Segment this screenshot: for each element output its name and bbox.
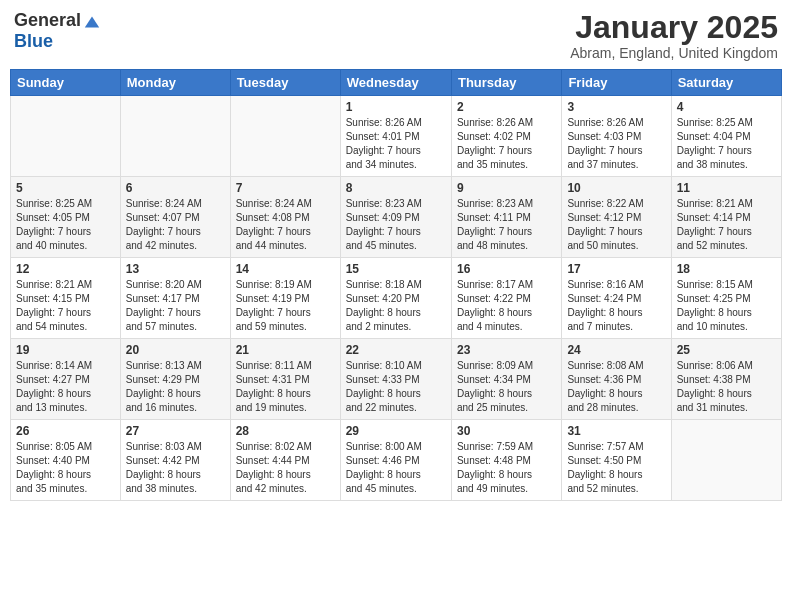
calendar-cell (230, 96, 340, 177)
location: Abram, England, United Kingdom (570, 45, 778, 61)
day-info: Sunrise: 8:21 AM Sunset: 4:14 PM Dayligh… (677, 197, 776, 253)
day-info: Sunrise: 8:25 AM Sunset: 4:04 PM Dayligh… (677, 116, 776, 172)
calendar-cell: 27Sunrise: 8:03 AM Sunset: 4:42 PM Dayli… (120, 420, 230, 501)
day-number: 17 (567, 262, 665, 276)
calendar-cell: 23Sunrise: 8:09 AM Sunset: 4:34 PM Dayli… (451, 339, 561, 420)
day-number: 28 (236, 424, 335, 438)
calendar-cell: 10Sunrise: 8:22 AM Sunset: 4:12 PM Dayli… (562, 177, 671, 258)
day-number: 12 (16, 262, 115, 276)
page: General Blue January 2025 Abram, England… (0, 0, 792, 511)
day-number: 5 (16, 181, 115, 195)
day-number: 22 (346, 343, 446, 357)
day-header-saturday: Saturday (671, 70, 781, 96)
day-info: Sunrise: 8:06 AM Sunset: 4:38 PM Dayligh… (677, 359, 776, 415)
week-row-3: 12Sunrise: 8:21 AM Sunset: 4:15 PM Dayli… (11, 258, 782, 339)
calendar-cell: 8Sunrise: 8:23 AM Sunset: 4:09 PM Daylig… (340, 177, 451, 258)
day-header-tuesday: Tuesday (230, 70, 340, 96)
day-info: Sunrise: 8:26 AM Sunset: 4:01 PM Dayligh… (346, 116, 446, 172)
day-info: Sunrise: 8:17 AM Sunset: 4:22 PM Dayligh… (457, 278, 556, 334)
calendar-cell: 4Sunrise: 8:25 AM Sunset: 4:04 PM Daylig… (671, 96, 781, 177)
calendar-cell: 15Sunrise: 8:18 AM Sunset: 4:20 PM Dayli… (340, 258, 451, 339)
day-info: Sunrise: 8:23 AM Sunset: 4:11 PM Dayligh… (457, 197, 556, 253)
day-info: Sunrise: 8:24 AM Sunset: 4:07 PM Dayligh… (126, 197, 225, 253)
day-info: Sunrise: 8:03 AM Sunset: 4:42 PM Dayligh… (126, 440, 225, 496)
day-number: 16 (457, 262, 556, 276)
calendar-cell: 1Sunrise: 8:26 AM Sunset: 4:01 PM Daylig… (340, 96, 451, 177)
day-number: 9 (457, 181, 556, 195)
header: General Blue January 2025 Abram, England… (10, 10, 782, 61)
calendar-cell: 24Sunrise: 8:08 AM Sunset: 4:36 PM Dayli… (562, 339, 671, 420)
day-info: Sunrise: 7:57 AM Sunset: 4:50 PM Dayligh… (567, 440, 665, 496)
week-row-4: 19Sunrise: 8:14 AM Sunset: 4:27 PM Dayli… (11, 339, 782, 420)
day-info: Sunrise: 8:26 AM Sunset: 4:02 PM Dayligh… (457, 116, 556, 172)
logo-blue-text: Blue (14, 31, 53, 52)
day-number: 30 (457, 424, 556, 438)
calendar-cell: 9Sunrise: 8:23 AM Sunset: 4:11 PM Daylig… (451, 177, 561, 258)
day-number: 1 (346, 100, 446, 114)
day-number: 10 (567, 181, 665, 195)
day-info: Sunrise: 8:18 AM Sunset: 4:20 PM Dayligh… (346, 278, 446, 334)
day-number: 7 (236, 181, 335, 195)
day-number: 24 (567, 343, 665, 357)
day-number: 26 (16, 424, 115, 438)
day-info: Sunrise: 8:19 AM Sunset: 4:19 PM Dayligh… (236, 278, 335, 334)
calendar-cell: 12Sunrise: 8:21 AM Sunset: 4:15 PM Dayli… (11, 258, 121, 339)
day-info: Sunrise: 8:00 AM Sunset: 4:46 PM Dayligh… (346, 440, 446, 496)
calendar-cell: 26Sunrise: 8:05 AM Sunset: 4:40 PM Dayli… (11, 420, 121, 501)
day-number: 15 (346, 262, 446, 276)
day-number: 27 (126, 424, 225, 438)
day-number: 4 (677, 100, 776, 114)
title-block: January 2025 Abram, England, United King… (570, 10, 778, 61)
month-title: January 2025 (570, 10, 778, 45)
week-row-1: 1Sunrise: 8:26 AM Sunset: 4:01 PM Daylig… (11, 96, 782, 177)
calendar-cell: 13Sunrise: 8:20 AM Sunset: 4:17 PM Dayli… (120, 258, 230, 339)
day-number: 18 (677, 262, 776, 276)
day-info: Sunrise: 8:15 AM Sunset: 4:25 PM Dayligh… (677, 278, 776, 334)
calendar-cell: 11Sunrise: 8:21 AM Sunset: 4:14 PM Dayli… (671, 177, 781, 258)
week-row-5: 26Sunrise: 8:05 AM Sunset: 4:40 PM Dayli… (11, 420, 782, 501)
calendar-cell (120, 96, 230, 177)
day-info: Sunrise: 8:21 AM Sunset: 4:15 PM Dayligh… (16, 278, 115, 334)
calendar-cell: 6Sunrise: 8:24 AM Sunset: 4:07 PM Daylig… (120, 177, 230, 258)
day-number: 20 (126, 343, 225, 357)
day-number: 8 (346, 181, 446, 195)
day-number: 13 (126, 262, 225, 276)
day-number: 25 (677, 343, 776, 357)
day-info: Sunrise: 8:13 AM Sunset: 4:29 PM Dayligh… (126, 359, 225, 415)
day-number: 6 (126, 181, 225, 195)
calendar-cell: 19Sunrise: 8:14 AM Sunset: 4:27 PM Dayli… (11, 339, 121, 420)
calendar-cell: 22Sunrise: 8:10 AM Sunset: 4:33 PM Dayli… (340, 339, 451, 420)
day-number: 31 (567, 424, 665, 438)
calendar-cell: 30Sunrise: 7:59 AM Sunset: 4:48 PM Dayli… (451, 420, 561, 501)
day-info: Sunrise: 8:24 AM Sunset: 4:08 PM Dayligh… (236, 197, 335, 253)
day-info: Sunrise: 8:20 AM Sunset: 4:17 PM Dayligh… (126, 278, 225, 334)
calendar-cell: 16Sunrise: 8:17 AM Sunset: 4:22 PM Dayli… (451, 258, 561, 339)
logo-general-text: General (14, 10, 81, 31)
day-info: Sunrise: 8:23 AM Sunset: 4:09 PM Dayligh… (346, 197, 446, 253)
svg-marker-0 (85, 17, 99, 28)
calendar-cell: 21Sunrise: 8:11 AM Sunset: 4:31 PM Dayli… (230, 339, 340, 420)
day-number: 2 (457, 100, 556, 114)
day-header-thursday: Thursday (451, 70, 561, 96)
calendar-cell: 2Sunrise: 8:26 AM Sunset: 4:02 PM Daylig… (451, 96, 561, 177)
day-info: Sunrise: 8:10 AM Sunset: 4:33 PM Dayligh… (346, 359, 446, 415)
day-number: 19 (16, 343, 115, 357)
calendar-cell (11, 96, 121, 177)
day-number: 29 (346, 424, 446, 438)
day-number: 23 (457, 343, 556, 357)
day-info: Sunrise: 8:05 AM Sunset: 4:40 PM Dayligh… (16, 440, 115, 496)
calendar-cell (671, 420, 781, 501)
calendar-cell: 7Sunrise: 8:24 AM Sunset: 4:08 PM Daylig… (230, 177, 340, 258)
calendar-cell: 3Sunrise: 8:26 AM Sunset: 4:03 PM Daylig… (562, 96, 671, 177)
calendar-cell: 14Sunrise: 8:19 AM Sunset: 4:19 PM Dayli… (230, 258, 340, 339)
day-header-wednesday: Wednesday (340, 70, 451, 96)
day-info: Sunrise: 8:25 AM Sunset: 4:05 PM Dayligh… (16, 197, 115, 253)
day-info: Sunrise: 8:16 AM Sunset: 4:24 PM Dayligh… (567, 278, 665, 334)
day-info: Sunrise: 7:59 AM Sunset: 4:48 PM Dayligh… (457, 440, 556, 496)
day-info: Sunrise: 8:09 AM Sunset: 4:34 PM Dayligh… (457, 359, 556, 415)
calendar-cell: 18Sunrise: 8:15 AM Sunset: 4:25 PM Dayli… (671, 258, 781, 339)
day-info: Sunrise: 8:02 AM Sunset: 4:44 PM Dayligh… (236, 440, 335, 496)
calendar-cell: 29Sunrise: 8:00 AM Sunset: 4:46 PM Dayli… (340, 420, 451, 501)
calendar-cell: 25Sunrise: 8:06 AM Sunset: 4:38 PM Dayli… (671, 339, 781, 420)
day-info: Sunrise: 8:26 AM Sunset: 4:03 PM Dayligh… (567, 116, 665, 172)
